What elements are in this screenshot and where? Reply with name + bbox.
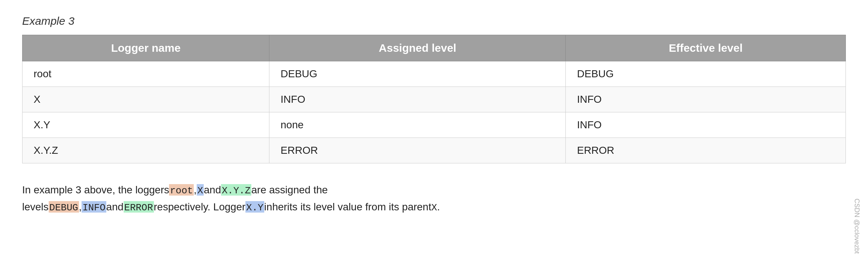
desc-and2: and: [106, 201, 124, 213]
cell-assigned-level: none: [269, 112, 566, 138]
desc-highlight-error: ERROR: [124, 201, 154, 213]
desc-highlight-xy: X.Y: [245, 201, 264, 213]
desc-highlight-x: X: [197, 184, 204, 196]
table-header-row: Logger name Assigned level Effective lev…: [23, 35, 846, 61]
table-row: rootDEBUGDEBUG: [23, 61, 846, 87]
logger-table: Logger name Assigned level Effective lev…: [22, 35, 846, 163]
cell-logger-name: X: [23, 87, 269, 112]
cell-assigned-level: INFO: [269, 87, 566, 112]
table-row: X.Y.ZERRORERROR: [23, 138, 846, 163]
cell-assigned-level: DEBUG: [269, 61, 566, 87]
cell-assigned-level: ERROR: [269, 138, 566, 163]
desc-end: X: [431, 201, 437, 213]
col-header-assigned-level: Assigned level: [269, 35, 566, 61]
desc-highlight-xyz: X.Y.Z: [221, 184, 251, 196]
desc-line1-post: are assigned the: [251, 184, 328, 196]
cell-logger-name: X.Y.Z: [23, 138, 269, 163]
desc-comma1: ,: [194, 184, 197, 196]
cell-effective-level: DEBUG: [566, 61, 846, 87]
cell-effective-level: ERROR: [566, 138, 846, 163]
col-header-effective-level: Effective level: [566, 35, 846, 61]
desc-highlight-root: root: [169, 184, 193, 196]
cell-logger-name: X.Y: [23, 112, 269, 138]
watermark: CSDN @cclovezbt: [853, 199, 861, 254]
description-paragraph: In example 3 above, the loggersroot,Xand…: [22, 182, 797, 216]
desc-respectively: respectively. Logger: [154, 201, 246, 213]
table-row: X.YnoneINFO: [23, 112, 846, 138]
table-row: XINFOINFO: [23, 87, 846, 112]
col-header-logger-name: Logger name: [23, 35, 269, 61]
desc-period: .: [437, 201, 440, 213]
cell-effective-level: INFO: [566, 87, 846, 112]
desc-inherits: inherits its level value from its parent: [264, 201, 431, 213]
cell-logger-name: root: [23, 61, 269, 87]
cell-effective-level: INFO: [566, 112, 846, 138]
desc-highlight-info: INFO: [82, 201, 106, 213]
desc-line1-pre: In example 3 above, the loggers: [22, 184, 169, 196]
example-title: Example 3: [22, 15, 846, 27]
desc-and1: and: [204, 184, 221, 196]
desc-highlight-debug: DEBUG: [49, 201, 79, 213]
desc-levels-label: levels: [22, 201, 49, 213]
